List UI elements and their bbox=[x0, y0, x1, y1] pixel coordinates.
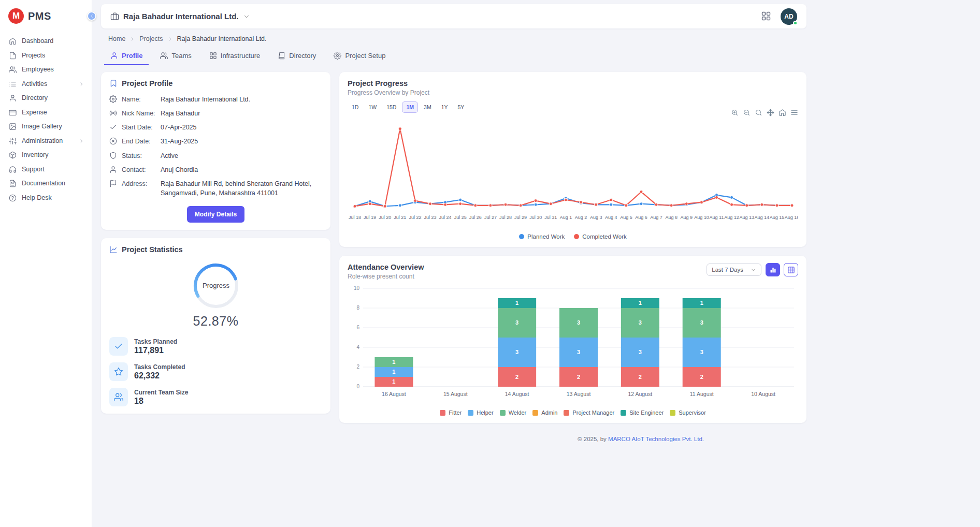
progress-line-chart[interactable]: Jul 18Jul 19Jul 20Jul 21Jul 22Jul 23Jul … bbox=[348, 116, 798, 229]
legend-project-manager[interactable]: Project Manager bbox=[564, 409, 614, 416]
svg-text:10: 10 bbox=[354, 285, 360, 291]
footer-company-link[interactable]: MARCO AIoT Technologies Pvt. Ltd. bbox=[608, 436, 704, 442]
svg-text:Aug 9: Aug 9 bbox=[681, 215, 693, 220]
attendance-range-select[interactable]: Last 7 Days bbox=[707, 264, 761, 276]
field-label: Contact: bbox=[122, 165, 156, 174]
sidebar-item-label: Employees bbox=[22, 66, 84, 73]
pan-icon[interactable] bbox=[767, 109, 774, 116]
grid-icon bbox=[209, 52, 217, 60]
sidebar-item-activities[interactable]: Activities bbox=[0, 77, 92, 91]
svg-text:Aug 11: Aug 11 bbox=[710, 215, 724, 220]
svg-text:1: 1 bbox=[639, 300, 642, 306]
sidebar-item-support[interactable]: Support bbox=[0, 163, 92, 177]
user-icon bbox=[110, 52, 118, 60]
field-label: End Date: bbox=[122, 137, 156, 146]
legend-helper[interactable]: Helper bbox=[468, 409, 493, 416]
menu-icon[interactable] bbox=[790, 109, 798, 116]
brand-logo: M PMS bbox=[0, 0, 92, 33]
tab-profile[interactable]: Profile bbox=[104, 48, 149, 65]
svg-text:16 August: 16 August bbox=[382, 391, 406, 397]
field-label: Name: bbox=[122, 95, 156, 104]
zoom-in-icon[interactable] bbox=[731, 109, 739, 116]
breadcrumb-raja-bahadur-international-ltd: Raja Bahadur International Ltd. bbox=[177, 35, 267, 42]
range-button-1d[interactable]: 1D bbox=[348, 101, 363, 113]
legend-dot bbox=[574, 234, 579, 239]
legend-label: Project Manager bbox=[572, 409, 614, 416]
attendance-title: Attendance Overview bbox=[348, 263, 424, 271]
bar-view-button[interactable] bbox=[766, 263, 780, 276]
svg-text:3: 3 bbox=[639, 319, 642, 326]
bar-chart-legend: FitterHelperWelderAdminProject ManagerSi… bbox=[348, 409, 798, 416]
svg-text:Aug 5: Aug 5 bbox=[620, 215, 632, 220]
zoom-out-icon[interactable] bbox=[743, 109, 751, 116]
breadcrumb-home[interactable]: Home bbox=[108, 35, 125, 42]
range-button-1w[interactable]: 1W bbox=[364, 101, 381, 113]
svg-text:Aug 4: Aug 4 bbox=[605, 215, 617, 220]
attendance-bar-chart[interactable]: 024681011116 August15 August233114 Augus… bbox=[348, 280, 798, 405]
tab-teams[interactable]: Teams bbox=[154, 48, 197, 65]
legend-swatch bbox=[532, 410, 538, 416]
stat-value: 18 bbox=[134, 397, 188, 406]
legend-welder[interactable]: Welder bbox=[500, 409, 527, 416]
sidebar-item-administration[interactable]: Administration bbox=[0, 134, 92, 148]
legend-site-engineer[interactable]: Site Engineer bbox=[621, 409, 664, 416]
sidebar-item-inventory[interactable]: Inventory bbox=[0, 148, 92, 162]
field-label: Status: bbox=[122, 151, 156, 160]
chevron-right-icon bbox=[129, 36, 135, 42]
check-icon bbox=[109, 337, 128, 356]
table-view-button[interactable] bbox=[784, 263, 798, 276]
sidebar-nav: DashboardProjectsEmployeesActivitiesDire… bbox=[0, 33, 92, 205]
sidebar-collapse-button[interactable] bbox=[87, 11, 96, 21]
sidebar-item-projects[interactable]: Projects bbox=[0, 49, 92, 63]
top-header: Raja Bahadur International Ltd. AD bbox=[101, 4, 806, 28]
svg-text:Jul 25: Jul 25 bbox=[454, 215, 467, 220]
svg-text:Aug 13: Aug 13 bbox=[739, 215, 754, 220]
range-button-15d[interactable]: 15D bbox=[382, 101, 400, 113]
sidebar-item-label: Inventory bbox=[22, 152, 84, 158]
legend-fitter[interactable]: Fitter bbox=[440, 409, 462, 416]
range-button-5y[interactable]: 5Y bbox=[453, 101, 468, 113]
x-circle-icon bbox=[109, 137, 117, 145]
avatar[interactable]: AD bbox=[781, 8, 797, 25]
legend-supervisor[interactable]: Supervisor bbox=[670, 409, 706, 416]
range-button-1m[interactable]: 1M bbox=[402, 101, 418, 113]
selection-zoom-icon[interactable] bbox=[755, 109, 762, 116]
chevron-right-icon bbox=[79, 138, 84, 144]
logo-icon: M bbox=[8, 8, 24, 24]
range-button-3m[interactable]: 3M bbox=[420, 101, 436, 113]
tab-infrastructure[interactable]: Infrastructure bbox=[203, 48, 267, 65]
tab-project-setup[interactable]: Project Setup bbox=[327, 48, 392, 65]
gear-icon bbox=[109, 95, 117, 103]
sidebar-item-dashboard[interactable]: Dashboard bbox=[0, 34, 92, 48]
progress-chart-title: Project Progress bbox=[348, 79, 408, 87]
sidebar-item-documentation[interactable]: Documentation bbox=[0, 177, 92, 191]
flag-icon bbox=[109, 180, 117, 187]
svg-text:8: 8 bbox=[356, 305, 359, 311]
breadcrumb-projects[interactable]: Projects bbox=[139, 35, 163, 42]
sidebar-item-employees[interactable]: Employees bbox=[0, 63, 92, 77]
footer-copyright: © 2025, by bbox=[578, 436, 608, 442]
sidebar-item-expense[interactable]: Expense bbox=[0, 106, 92, 120]
svg-text:0: 0 bbox=[356, 384, 359, 389]
chart-icon bbox=[109, 245, 118, 254]
legend-label: Admin bbox=[541, 409, 557, 416]
sidebar-item-image-gallery[interactable]: Image Gallery bbox=[0, 120, 92, 134]
tab-directory[interactable]: Directory bbox=[271, 48, 322, 65]
line-chart-legend: Planned WorkCompleted Work bbox=[348, 233, 798, 240]
modify-details-button[interactable]: Modify Details bbox=[187, 206, 244, 223]
sidebar-item-directory[interactable]: Directory bbox=[0, 91, 92, 105]
legend-planned-work[interactable]: Planned Work bbox=[519, 233, 565, 240]
svg-text:1: 1 bbox=[392, 369, 395, 375]
company-selector[interactable]: Raja Bahadur International Ltd. bbox=[110, 12, 250, 21]
legend-swatch bbox=[621, 410, 626, 416]
profile-field-nick-name: Nick Name:Raja Bahadur bbox=[109, 109, 322, 118]
home-icon[interactable] bbox=[779, 109, 786, 116]
sidebar-item-help-desk[interactable]: Help Desk bbox=[0, 191, 92, 205]
stat-tasks-completed: Tasks Completed62,332 bbox=[109, 362, 322, 381]
apps-grid-icon[interactable] bbox=[761, 11, 772, 22]
legend-admin[interactable]: Admin bbox=[532, 409, 557, 416]
svg-text:Jul 22: Jul 22 bbox=[409, 215, 421, 220]
legend-completed-work[interactable]: Completed Work bbox=[574, 233, 626, 240]
range-selector: 1D1W15D1M3M1Y5Y bbox=[348, 101, 468, 113]
range-button-1y[interactable]: 1Y bbox=[437, 101, 452, 113]
